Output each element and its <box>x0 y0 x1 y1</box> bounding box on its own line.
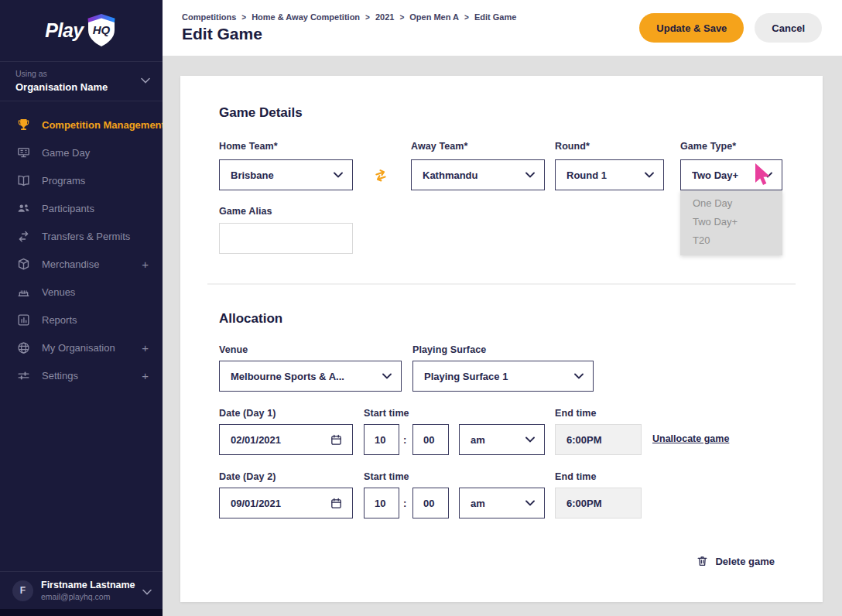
sidebar-item-reports[interactable]: Reports <box>0 306 163 334</box>
chevron-down-icon <box>334 172 343 178</box>
sidebar-item-label: Participants <box>42 203 149 214</box>
breadcrumb-separator: > <box>399 13 404 22</box>
home-team-select[interactable]: Brisbane <box>219 159 353 190</box>
content-area: Game Details Home Team* Brisbane Away Te… <box>163 56 842 616</box>
globe-icon <box>15 340 31 355</box>
playhq-logo[interactable]: Play HQ <box>0 0 163 62</box>
sidebar-item-programs[interactable]: Programs <box>0 166 163 194</box>
end-time-day2-value: 6:00PM <box>555 488 642 518</box>
start-hour-day1-input[interactable] <box>364 424 399 455</box>
home-team-label: Home Team* <box>219 141 278 152</box>
away-team-select[interactable]: Kathmandu <box>411 159 545 190</box>
organisation-switcher[interactable]: Using as Organisation Name <box>0 62 163 101</box>
trophy-icon <box>15 117 31 132</box>
meridiem-day2-select[interactable]: am <box>459 488 545 518</box>
breadcrumb-grade[interactable]: Open Men A <box>409 12 459 22</box>
sidebar-item-settings[interactable]: Settings + <box>0 361 163 389</box>
user-email: email@playhq.com <box>41 592 135 601</box>
game-type-option-one-day[interactable]: One Day <box>680 194 782 213</box>
venue-label: Venue <box>219 344 248 355</box>
sidebar-item-label: Programs <box>42 175 149 187</box>
game-alias-label: Game Alias <box>219 206 272 217</box>
sidebar-item-transfers-permits[interactable]: Transfers & Permits <box>0 222 163 250</box>
start-minute-day2-input[interactable] <box>412 488 449 518</box>
expand-plus-icon[interactable]: + <box>142 369 149 382</box>
user-menu[interactable]: F Firstname Lastname email@playhq.com <box>0 571 163 609</box>
update-save-button[interactable]: Update & Save <box>639 13 744 43</box>
start-minute-day1-input[interactable] <box>412 424 449 455</box>
sidebar-item-label: Settings <box>42 370 142 382</box>
using-as-label: Using as <box>15 69 147 78</box>
page-title: Edit Game <box>182 25 262 43</box>
sidebar-item-label: Venues <box>42 286 149 298</box>
game-alias-input[interactable] <box>219 223 353 254</box>
game-type-dropdown-menu: One Day Two Day+ T20 <box>680 190 782 255</box>
user-name: Firstname Lastname <box>41 580 135 590</box>
round-select[interactable]: Round 1 <box>555 159 664 190</box>
sliders-icon <box>15 368 31 383</box>
avatar: F <box>12 580 33 601</box>
game-type-option-t20[interactable]: T20 <box>680 231 782 250</box>
section-divider <box>207 283 796 285</box>
chevron-down-icon <box>525 172 535 178</box>
game-details-heading: Game Details <box>219 105 303 121</box>
date-day1-label: Date (Day 1) <box>219 408 276 419</box>
transfer-arrows-icon <box>15 228 31 244</box>
sidebar-item-venues[interactable]: Venues <box>0 278 163 306</box>
venue-select[interactable]: Melbourne Sports & A... <box>219 361 402 392</box>
sidebar-item-label: Competition Management <box>42 119 165 131</box>
round-label: Round* <box>555 141 590 152</box>
sidebar-item-participants[interactable]: Participants <box>0 194 163 222</box>
start-hour-day2-input[interactable] <box>364 488 399 518</box>
sidebar-item-label: Game Day <box>42 147 149 159</box>
time-colon: : <box>403 434 406 446</box>
playhq-shield-icon: HQ <box>85 13 118 49</box>
game-type-label: Game Type* <box>680 141 736 152</box>
header-actions: Update & Save Cancel <box>639 13 822 43</box>
organisation-name: Organisation Name <box>15 81 147 93</box>
sidebar-item-label: Merchandise <box>42 258 142 270</box>
away-team-label: Away Team* <box>411 141 468 152</box>
sidebar-item-game-day[interactable]: Game Day <box>0 139 163 166</box>
book-icon <box>15 173 31 188</box>
date-day2-input[interactable]: 09/01/2021 <box>219 488 353 518</box>
time-colon: : <box>403 498 406 509</box>
chevron-down-icon <box>525 436 535 443</box>
sidebar: Play HQ Using as Organisation Name <box>0 0 163 616</box>
calendar-icon <box>330 433 343 447</box>
logo-play-text: Play <box>45 19 83 42</box>
end-time-day1-value: 6:00PM <box>555 424 642 455</box>
chevron-down-icon <box>525 500 535 506</box>
expand-plus-icon[interactable]: + <box>142 258 149 271</box>
delete-game-button[interactable]: Delete game <box>696 554 775 568</box>
svg-text:HQ: HQ <box>92 23 110 36</box>
mouse-cursor-icon <box>753 163 772 188</box>
playing-surface-label: Playing Surface <box>412 344 486 355</box>
sidebar-item-competition-management[interactable]: Competition Management <box>0 111 163 139</box>
calendar-icon <box>330 497 343 510</box>
bar-chart-icon <box>15 312 31 327</box>
sidebar-item-my-organisation[interactable]: My Organisation + <box>0 334 163 361</box>
breadcrumb-competition[interactable]: Home & Away Competition <box>252 12 360 22</box>
game-type-option-two-day[interactable]: Two Day+ <box>680 213 782 231</box>
breadcrumb-season[interactable]: 2021 <box>375 12 394 22</box>
cancel-button[interactable]: Cancel <box>755 13 822 43</box>
swap-teams-button[interactable] <box>371 166 391 186</box>
expand-plus-icon[interactable]: + <box>142 341 149 354</box>
scoreboard-icon <box>15 145 31 160</box>
chevron-down-icon <box>645 172 654 178</box>
stadium-icon <box>15 284 31 299</box>
app-window: Play HQ Using as Organisation Name <box>0 0 842 616</box>
breadcrumb-current-page: Edit Game <box>474 12 516 22</box>
sidebar-nav: Competition Management Game Day Programs… <box>0 101 163 389</box>
sidebar-item-label: My Organisation <box>42 342 142 354</box>
date-day2-label: Date (Day 2) <box>219 471 276 482</box>
playing-surface-select[interactable]: Playing Surface 1 <box>412 361 594 392</box>
meridiem-day1-select[interactable]: am <box>459 424 545 455</box>
breadcrumb-competitions[interactable]: Competitions <box>182 12 236 22</box>
sidebar-bottom-strip <box>0 609 163 616</box>
unallocate-game-link[interactable]: Unallocate game <box>652 433 729 444</box>
swap-arrows-icon <box>371 166 391 186</box>
sidebar-item-merchandise[interactable]: Merchandise + <box>0 250 163 278</box>
date-day1-input[interactable]: 02/01/2021 <box>219 424 353 455</box>
